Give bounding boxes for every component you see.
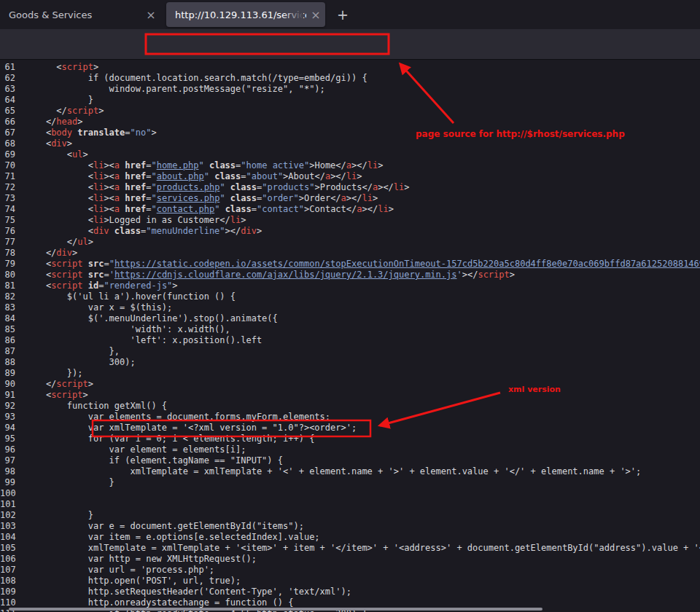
- line-number: 70: [0, 160, 25, 171]
- code-token: >: [389, 204, 394, 214]
- code-line: 71 <li><a href="about.php" class="about"…: [0, 171, 700, 182]
- code-token: 'left': x.position().left: [25, 335, 262, 345]
- code-token: 300);: [25, 357, 136, 367]
- code-token: >: [357, 171, 362, 181]
- line-number: 100: [0, 488, 25, 499]
- code-token: var elements = document.forms.myForm.ele…: [25, 412, 330, 422]
- code-token: ul: [77, 237, 88, 247]
- code-token: >: [151, 128, 156, 138]
- line-number: 88: [0, 357, 25, 368]
- code-token: =: [104, 270, 109, 280]
- code-token: ></: [378, 182, 394, 192]
- line-number: 86: [0, 335, 25, 346]
- code-token: >: [77, 117, 82, 127]
- line-number: 66: [0, 117, 25, 128]
- line-number: 97: [0, 455, 25, 466]
- source-link[interactable]: https://cdnjs.cloudflare.com/ajax/libs/j…: [114, 270, 457, 280]
- code-token: li: [378, 204, 388, 214]
- code-token: var element = elements[i];: [25, 444, 246, 455]
- line-number: 89: [0, 368, 25, 379]
- code-token: li: [93, 182, 104, 192]
- code-token: >Contact</: [304, 204, 357, 214]
- code-token: =: [241, 171, 246, 181]
- code-line: 97 if (element.tagName == "INPUT") {: [0, 455, 700, 466]
- line-number: 110: [0, 597, 25, 608]
- code-line: 110 http.onreadystatechange = function (…: [0, 597, 700, 608]
- code-line: 69 <ul>: [0, 149, 700, 160]
- tab-goods-services[interactable]: Goods & Services ×: [0, 2, 160, 27]
- code-token: var xmlTemplate = '<?xml version = "1.0"…: [25, 423, 357, 433]
- code-token: <: [25, 138, 51, 149]
- horizontal-scrollbar[interactable]: [9, 608, 542, 611]
- code-token: ></: [330, 171, 346, 181]
- code-token: </: [25, 117, 56, 127]
- code-token: a: [114, 160, 120, 170]
- code-token: script: [478, 270, 509, 280]
- code-token: ": [219, 182, 225, 192]
- line-number: 107: [0, 565, 25, 576]
- line-number: 75: [0, 215, 25, 226]
- code-token: li: [93, 160, 104, 170]
- code-token: div: [93, 226, 109, 236]
- line-number: 103: [0, 521, 25, 532]
- code-line: 107 var url = 'process.php';: [0, 565, 700, 576]
- code-token: li: [362, 193, 373, 203]
- code-line: 74 <li><a href="contact.php" class="cont…: [0, 204, 700, 215]
- line-number: 85: [0, 324, 25, 335]
- code-line: 61 <script>: [0, 62, 700, 73]
- code-token: <: [25, 270, 51, 280]
- source-link[interactable]: services.php: [157, 193, 220, 203]
- line-number: 83: [0, 302, 25, 313]
- code-line: 89 });: [0, 368, 700, 379]
- new-tab-button[interactable]: +: [332, 4, 353, 25]
- code-line: 91 <script>: [0, 390, 700, 401]
- code-token: li: [346, 171, 357, 181]
- code-line: 70 <li><a href="home.php" class="home ac…: [0, 160, 700, 171]
- code-token: >: [378, 160, 383, 170]
- code-token: </: [25, 379, 56, 389]
- close-icon[interactable]: ×: [306, 8, 325, 22]
- code-token: ": [219, 193, 225, 203]
- line-number: 71: [0, 171, 25, 182]
- code-token: li: [394, 182, 404, 192]
- code-line: 95 for (var i = 0; i < elements.length; …: [0, 434, 700, 444]
- source-link[interactable]: contact.php: [157, 204, 214, 214]
- code-token: ": [151, 171, 156, 181]
- code-line: 79 <script src="https://static.codepen.i…: [0, 259, 700, 270]
- code-token: div: [51, 138, 67, 149]
- code-token: href: [125, 193, 146, 203]
- code-line: 73 <li><a href="services.php" class="ord…: [0, 193, 700, 204]
- source-link[interactable]: products.php: [157, 182, 220, 192]
- code-token: http.setRequestHeader('Content-Type', 't…: [25, 586, 351, 597]
- code-line: 78 </div>: [0, 248, 700, 259]
- navigation-toolbar: view-source:http://10.129.113.61/service…: [0, 29, 700, 60]
- code-token: >Logged in as Customer</: [104, 215, 230, 225]
- line-number: 74: [0, 204, 25, 215]
- code-token: ><: [104, 193, 114, 203]
- code-token: href: [125, 204, 146, 214]
- code-token: >: [93, 62, 98, 72]
- code-token: script: [51, 259, 82, 269]
- code-token: var e = document.getElementById("items")…: [25, 521, 304, 531]
- source-link[interactable]: https://static.codepen.io/assets/common/…: [114, 259, 700, 269]
- code-line: 103 var e = document.getElementById("ite…: [0, 521, 700, 532]
- code-token: $('ul li a').hover(function () {: [25, 291, 236, 302]
- source-link[interactable]: home.php: [157, 160, 199, 170]
- code-token: var http = new XMLHttpRequest();: [25, 554, 257, 564]
- code-line: 109 http.setRequestHeader('Content-Type'…: [0, 586, 700, 597]
- code-token: href: [125, 171, 146, 181]
- line-number: 93: [0, 412, 25, 423]
- code-token: a: [346, 160, 351, 170]
- code-token: li: [368, 160, 378, 170]
- close-icon[interactable]: ×: [141, 8, 160, 22]
- code-token: a: [341, 193, 346, 203]
- line-number: 63: [0, 84, 25, 95]
- code-token: class: [230, 193, 257, 203]
- source-link[interactable]: about.php: [157, 171, 204, 181]
- code-token: ><: [104, 171, 114, 181]
- code-token: <: [25, 280, 51, 291]
- code-token: ><: [104, 182, 114, 192]
- tab-services-url[interactable]: http://10.129.113.61/services ×: [166, 2, 325, 27]
- code-line: 65 </script>: [0, 106, 700, 117]
- code-token: if (element.tagName == "INPUT") {: [25, 455, 283, 466]
